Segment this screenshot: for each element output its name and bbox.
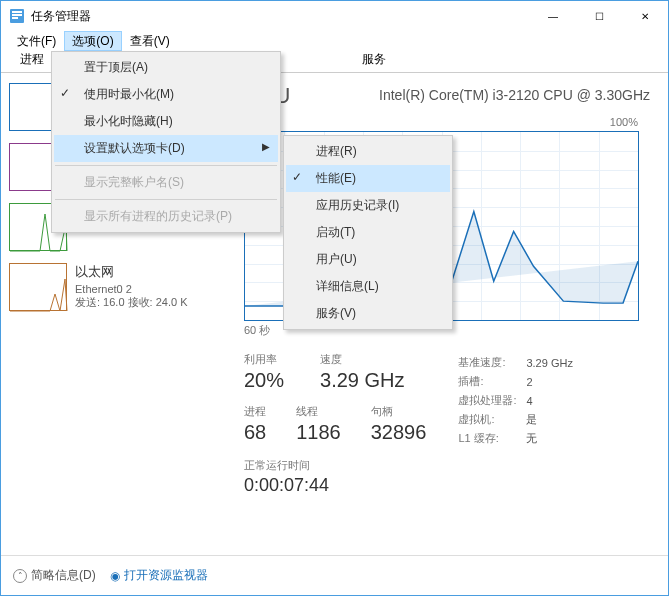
check-icon: ✓ [292, 170, 302, 184]
ethernet-thumb-chart [9, 263, 67, 311]
maximize-button[interactable]: ☐ [576, 1, 622, 31]
processes-value: 68 [244, 421, 266, 444]
check-icon: ✓ [60, 86, 70, 100]
sidebar-item-ethernet[interactable]: 以太网Ethernet0 2发送: 16.0 接收: 24.0 K [9, 263, 218, 311]
tab-processes[interactable]: 进程 [9, 47, 55, 72]
uptime-value: 0:00:07:44 [244, 475, 426, 496]
threads-value: 1186 [296, 421, 341, 444]
close-button[interactable]: ✕ [622, 1, 668, 31]
default-tab-submenu: 进程(R) ✓性能(E) 应用历史记录(I) 启动(T) 用户(U) 详细信息(… [283, 135, 453, 330]
brief-info-link[interactable]: ˄ 简略信息(D) [13, 567, 96, 584]
chevron-up-icon: ˄ [13, 569, 27, 583]
submenu-startup[interactable]: 启动(T) [286, 219, 450, 246]
menu-set-default-tab[interactable]: 设置默认选项卡(D)▶ [54, 135, 278, 162]
utilization-value: 20% [244, 369, 284, 392]
resource-monitor-link[interactable]: ◉ 打开资源监视器 [110, 567, 208, 584]
window-title: 任务管理器 [31, 8, 91, 25]
options-menu: 置于顶层(A) ✓使用时最小化(M) 最小化时隐藏(H) 设置默认选项卡(D)▶… [51, 51, 281, 233]
menu-always-on-top[interactable]: 置于顶层(A) [54, 54, 278, 81]
speed-value: 3.29 GHz [320, 369, 404, 392]
menu-show-history: 显示所有进程的历史记录(P) [54, 203, 278, 230]
minimize-button[interactable]: — [530, 1, 576, 31]
svg-rect-2 [12, 14, 22, 16]
submenu-services[interactable]: 服务(V) [286, 300, 450, 327]
submenu-processes[interactable]: 进程(R) [286, 138, 450, 165]
svg-rect-3 [12, 17, 18, 19]
submenu-performance[interactable]: ✓性能(E) [286, 165, 450, 192]
menu-hide-when-minimized[interactable]: 最小化时隐藏(H) [54, 108, 278, 135]
menu-minimize-on-use[interactable]: ✓使用时最小化(M) [54, 81, 278, 108]
cpu-info-table: 基准速度:3.29 GHz 插槽:2 虚拟处理器:4 虚拟机:是 L1 缓存:无 [456, 352, 583, 449]
menu-show-account-name: 显示完整帐户名(S) [54, 169, 278, 196]
resource-monitor-icon: ◉ [110, 569, 120, 583]
cpu-model: Intel(R) Core(TM) i3-2120 CPU @ 3.30GHz [379, 87, 650, 103]
svg-rect-1 [12, 11, 22, 13]
submenu-apphistory[interactable]: 应用历史记录(I) [286, 192, 450, 219]
handles-value: 32896 [371, 421, 427, 444]
submenu-details[interactable]: 详细信息(L) [286, 273, 450, 300]
menu-separator [55, 165, 277, 166]
menu-view[interactable]: 查看(V) [122, 31, 178, 51]
tab-services[interactable]: 服务 [351, 47, 397, 72]
menu-separator [55, 199, 277, 200]
submenu-users[interactable]: 用户(U) [286, 246, 450, 273]
app-icon [9, 8, 25, 24]
menu-options[interactable]: 选项(O) [64, 31, 121, 51]
submenu-arrow-icon: ▶ [262, 141, 270, 152]
